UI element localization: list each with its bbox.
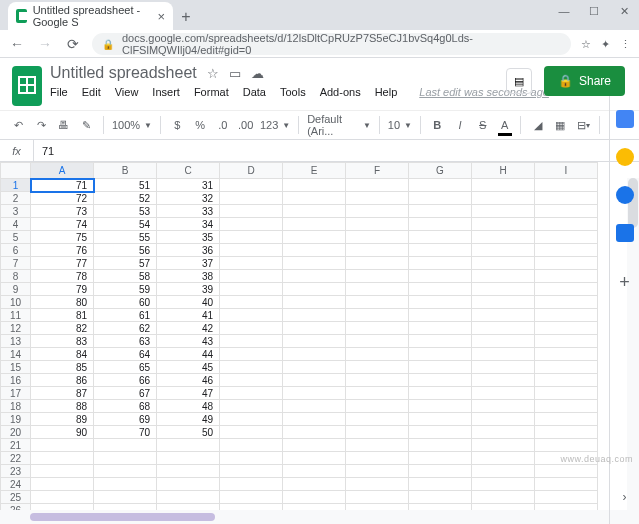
cell-E10[interactable]	[283, 296, 346, 309]
contacts-icon[interactable]	[616, 224, 634, 242]
cell-G10[interactable]	[409, 296, 472, 309]
cell-G16[interactable]	[409, 374, 472, 387]
cell-E2[interactable]	[283, 192, 346, 205]
borders-button[interactable]: ▦	[552, 115, 569, 135]
row-header-22[interactable]: 22	[1, 452, 31, 465]
cell-D23[interactable]	[220, 465, 283, 478]
cell-H2[interactable]	[472, 192, 535, 205]
cell-D24[interactable]	[220, 478, 283, 491]
cell-B16[interactable]: 66	[94, 374, 157, 387]
cell-H25[interactable]	[472, 491, 535, 504]
fx-label[interactable]: fx	[0, 140, 34, 161]
cell-G14[interactable]	[409, 348, 472, 361]
cell-F5[interactable]	[346, 231, 409, 244]
cell-I12[interactable]	[535, 322, 598, 335]
cell-D18[interactable]	[220, 400, 283, 413]
bookmark-star-icon[interactable]: ☆	[581, 38, 591, 51]
row-header-17[interactable]: 17	[1, 387, 31, 400]
paint-format-button[interactable]: ✎	[78, 115, 95, 135]
cell-H13[interactable]	[472, 335, 535, 348]
cell-E5[interactable]	[283, 231, 346, 244]
cell-A25[interactable]	[31, 491, 94, 504]
row-header-7[interactable]: 7	[1, 257, 31, 270]
bold-button[interactable]: B	[429, 115, 446, 135]
cell-F24[interactable]	[346, 478, 409, 491]
cell-A1[interactable]: 71	[31, 179, 94, 192]
cell-F16[interactable]	[346, 374, 409, 387]
cell-C6[interactable]: 36	[157, 244, 220, 257]
cell-A11[interactable]: 81	[31, 309, 94, 322]
cell-B17[interactable]: 67	[94, 387, 157, 400]
row-header-6[interactable]: 6	[1, 244, 31, 257]
cell-G22[interactable]	[409, 452, 472, 465]
cell-H14[interactable]	[472, 348, 535, 361]
cell-A9[interactable]: 79	[31, 283, 94, 296]
cell-I24[interactable]	[535, 478, 598, 491]
row-header-2[interactable]: 2	[1, 192, 31, 205]
cell-E20[interactable]	[283, 426, 346, 439]
document-title[interactable]: Untitled spreadsheet	[50, 64, 197, 82]
cell-I17[interactable]	[535, 387, 598, 400]
close-window-button[interactable]: ✕	[609, 0, 639, 22]
col-header-C[interactable]: C	[157, 163, 220, 179]
cell-C9[interactable]: 39	[157, 283, 220, 296]
cell-I18[interactable]	[535, 400, 598, 413]
menu-data[interactable]: Data	[243, 86, 266, 98]
cell-G9[interactable]	[409, 283, 472, 296]
cell-A14[interactable]: 84	[31, 348, 94, 361]
cell-D10[interactable]	[220, 296, 283, 309]
row-header-19[interactable]: 19	[1, 413, 31, 426]
cell-H9[interactable]	[472, 283, 535, 296]
row-header-20[interactable]: 20	[1, 426, 31, 439]
cell-G17[interactable]	[409, 387, 472, 400]
cell-F7[interactable]	[346, 257, 409, 270]
row-header-23[interactable]: 23	[1, 465, 31, 478]
horizontal-scrollbar[interactable]	[0, 510, 639, 524]
row-header-12[interactable]: 12	[1, 322, 31, 335]
cell-E1[interactable]	[283, 179, 346, 192]
cell-D5[interactable]	[220, 231, 283, 244]
formula-input[interactable]: 71	[34, 145, 54, 157]
cell-G1[interactable]	[409, 179, 472, 192]
cell-D8[interactable]	[220, 270, 283, 283]
cell-F21[interactable]	[346, 439, 409, 452]
cell-I21[interactable]	[535, 439, 598, 452]
cell-C20[interactable]: 50	[157, 426, 220, 439]
cell-B20[interactable]: 70	[94, 426, 157, 439]
back-button[interactable]: ←	[8, 35, 26, 53]
browser-tab[interactable]: Untitled spreadsheet - Google S ×	[8, 2, 173, 30]
cell-D17[interactable]	[220, 387, 283, 400]
cell-H23[interactable]	[472, 465, 535, 478]
cell-H18[interactable]	[472, 400, 535, 413]
cell-B6[interactable]: 56	[94, 244, 157, 257]
print-button[interactable]: 🖶	[56, 115, 73, 135]
cell-G11[interactable]	[409, 309, 472, 322]
number-format-select[interactable]: 123▼	[260, 119, 290, 131]
cell-D19[interactable]	[220, 413, 283, 426]
cell-F20[interactable]	[346, 426, 409, 439]
keep-icon[interactable]	[616, 148, 634, 166]
cell-C7[interactable]: 37	[157, 257, 220, 270]
cell-F11[interactable]	[346, 309, 409, 322]
cell-D2[interactable]	[220, 192, 283, 205]
cell-D4[interactable]	[220, 218, 283, 231]
cell-B4[interactable]: 54	[94, 218, 157, 231]
cell-B14[interactable]: 64	[94, 348, 157, 361]
row-header-15[interactable]: 15	[1, 361, 31, 374]
cell-F4[interactable]	[346, 218, 409, 231]
cell-I6[interactable]	[535, 244, 598, 257]
cell-D7[interactable]	[220, 257, 283, 270]
row-header-21[interactable]: 21	[1, 439, 31, 452]
cell-D3[interactable]	[220, 205, 283, 218]
cell-B5[interactable]: 55	[94, 231, 157, 244]
cell-C12[interactable]: 42	[157, 322, 220, 335]
browser-menu-icon[interactable]: ⋮	[620, 38, 631, 51]
cell-A2[interactable]: 72	[31, 192, 94, 205]
cell-G2[interactable]	[409, 192, 472, 205]
cell-E17[interactable]	[283, 387, 346, 400]
percent-button[interactable]: %	[192, 115, 209, 135]
menu-edit[interactable]: Edit	[82, 86, 101, 98]
cell-A24[interactable]	[31, 478, 94, 491]
cell-H4[interactable]	[472, 218, 535, 231]
cell-D1[interactable]	[220, 179, 283, 192]
